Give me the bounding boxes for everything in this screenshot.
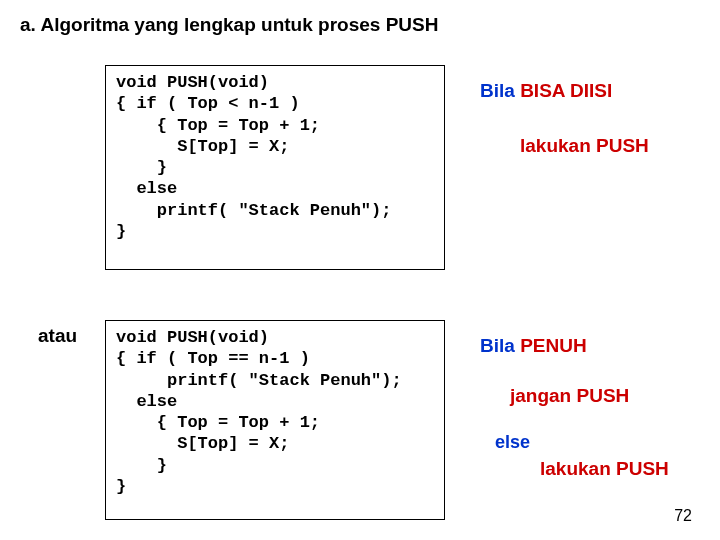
note-lakukan-push-1: lakukan PUSH — [520, 135, 649, 158]
note-else: else — [495, 432, 530, 454]
slide-number: 72 — [674, 507, 692, 525]
note-penuh-pre: Bila — [480, 335, 520, 356]
note-penuh: Bila PENUH — [480, 335, 587, 358]
slide: a. Algoritma yang lengkap untuk proses P… — [0, 0, 720, 540]
label-atau: atau — [38, 325, 77, 347]
code-box-push-v1: void PUSH(void) { if ( Top < n-1 ) { Top… — [105, 65, 445, 270]
note-bisa-em: BISA DIISI — [520, 80, 612, 101]
note-penuh-em: PENUH — [520, 335, 587, 356]
code-box-push-v2: void PUSH(void) { if ( Top == n-1 ) prin… — [105, 320, 445, 520]
note-bisa-pre: Bila — [480, 80, 520, 101]
note-lakukan-push-2: lakukan PUSH — [540, 458, 669, 481]
slide-heading: a. Algoritma yang lengkap untuk proses P… — [20, 14, 438, 36]
note-jangan-push: jangan PUSH — [510, 385, 629, 408]
note-bisa-diisi: Bila BISA DIISI — [480, 80, 612, 103]
